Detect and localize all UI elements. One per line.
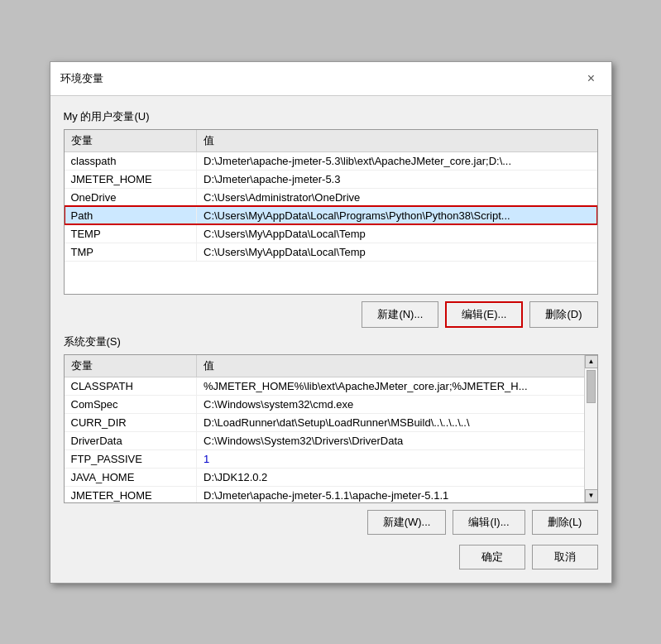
table-row[interactable]: JMETER_HOMED:\Jmeter\apache-jmeter-5.3 [65,170,597,188]
sys-delete-button[interactable]: 删除(L) [532,510,598,535]
var-cell: JMETER_HOME [65,170,197,188]
val-cell: %JMETER_HOME%\lib\ext\ApacheJMeter_core.… [197,377,584,395]
sys-vars-table: 变量 值 CLASSPATH%JMETER_HOME%\lib\ext\Apac… [65,355,584,503]
sys-scrollbar[interactable]: ▲ ▼ [584,355,597,502]
dialog-title: 环境变量 [60,71,103,86]
var-cell: Path [65,206,197,224]
scroll-down-btn[interactable]: ▼ [585,489,598,502]
var-cell: JMETER_HOME [65,486,197,503]
val-cell: C:\Users\My\AppData\Local\Temp [197,243,597,261]
sys-container-inner: 变量 值 CLASSPATH%JMETER_HOME%\lib\ext\Apac… [65,355,597,503]
val-cell: D:\JDK12.0.2 [197,468,584,486]
val-cell: C:\Users\Administrator\OneDrive [197,188,597,206]
table-row[interactable]: JMETER_HOMED:\Jmeter\apache-jmeter-5.1.1… [65,486,584,503]
table-row[interactable]: JAVA_HOMED:\JDK12.0.2 [65,468,584,486]
footer-buttons: 确定 取消 [64,545,598,570]
close-button[interactable]: × [582,69,601,89]
cancel-button[interactable]: 取消 [532,545,598,570]
var-cell: OneDrive [65,188,197,206]
scroll-thumb[interactable] [587,370,596,403]
val-cell: C:\Users\My\AppData\Local\Programs\Pytho… [197,206,597,224]
val-cell: C:\Windows\System32\Drivers\DriverData [197,431,584,449]
user-col-val: 值 [197,130,597,152]
val-cell: D:\LoadRunner\dat\Setup\LoadRunner\MSBui… [197,413,584,431]
sys-col-val: 值 [197,355,584,377]
table-row[interactable]: ComSpecC:\Windows\system32\cmd.exe [65,395,584,413]
sys-btn-row: 新建(W)... 编辑(I)... 删除(L) [64,510,598,535]
user-delete-button[interactable]: 删除(D) [529,301,597,328]
title-bar: 环境变量 × [50,62,611,96]
table-row[interactable]: PathC:\Users\My\AppData\Local\Programs\P… [65,206,597,224]
val-cell: D:\Jmeter\apache-jmeter-5.3\lib\ext\Apac… [197,151,597,170]
environment-variables-dialog: 环境变量 × My 的用户变量(U) 变量 值 classpathD:\Jmet… [50,61,612,584]
table-row[interactable]: FTP_PASSIVE1 [65,449,584,468]
scroll-thumb-area [585,368,597,489]
user-vars-table: 变量 值 classpathD:\Jmeter\apache-jmeter-5.… [65,130,597,262]
scroll-up-btn[interactable]: ▲ [585,355,598,368]
sys-table-wrap: 变量 值 CLASSPATH%JMETER_HOME%\lib\ext\Apac… [65,355,584,503]
user-new-button[interactable]: 新建(N)... [362,301,438,328]
sys-edit-button[interactable]: 编辑(I)... [453,510,524,535]
table-row[interactable]: CLASSPATH%JMETER_HOME%\lib\ext\ApacheJMe… [65,377,584,395]
var-cell: ComSpec [65,395,197,413]
table-row[interactable]: CURR_DIRD:\LoadRunner\dat\Setup\LoadRunn… [65,413,584,431]
table-row[interactable]: classpathD:\Jmeter\apache-jmeter-5.3\lib… [65,151,597,170]
table-row[interactable]: OneDriveC:\Users\Administrator\OneDrive [65,188,597,206]
var-cell: TEMP [65,224,197,243]
val-cell: C:\Windows\system32\cmd.exe [197,395,584,413]
user-vars-table-container: 变量 值 classpathD:\Jmeter\apache-jmeter-5.… [64,129,598,295]
user-btn-row: 新建(N)... 编辑(E)... 删除(D) [64,301,598,328]
var-cell: TMP [65,243,197,261]
var-cell: DriverData [65,431,197,449]
sys-new-button[interactable]: 新建(W)... [367,510,447,535]
user-edit-button[interactable]: 编辑(E)... [445,301,523,328]
user-col-var: 变量 [65,130,197,152]
sys-vars-table-container: 变量 值 CLASSPATH%JMETER_HOME%\lib\ext\Apac… [64,354,598,503]
var-cell: CURR_DIR [65,413,197,431]
table-row[interactable]: TEMPC:\Users\My\AppData\Local\Temp [65,224,597,243]
val-cell: D:\Jmeter\apache-jmeter-5.3 [197,170,597,188]
var-cell: CLASSPATH [65,377,197,395]
val-cell: C:\Users\My\AppData\Local\Temp [197,224,597,243]
sys-col-var: 变量 [65,355,197,377]
var-cell: JAVA_HOME [65,468,197,486]
table-row[interactable]: TMPC:\Users\My\AppData\Local\Temp [65,243,597,261]
table-row[interactable]: DriverDataC:\Windows\System32\Drivers\Dr… [65,431,584,449]
val-cell: D:\Jmeter\apache-jmeter-5.1.1\apache-jme… [197,486,584,503]
ok-button[interactable]: 确定 [459,545,525,570]
var-cell: FTP_PASSIVE [65,449,197,468]
user-section-label: My 的用户变量(U) [64,109,598,124]
sys-section-label: 系统变量(S) [64,334,598,349]
val-cell: 1 [197,449,584,468]
var-cell: classpath [65,151,197,170]
dialog-body: My 的用户变量(U) 变量 值 classpathD:\Jmeter\apac… [50,96,611,583]
